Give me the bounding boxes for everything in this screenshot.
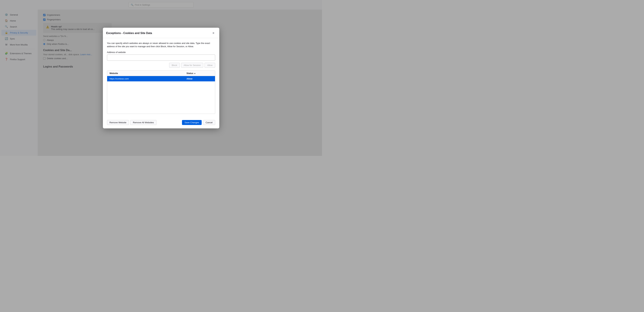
remove-website-button[interactable]: Remove Website	[107, 120, 129, 125]
dialog-title: Exceptions - Cookies and Site Data	[106, 32, 152, 35]
allow-session-button[interactable]: Allow for Session	[181, 63, 203, 68]
dialog-close-button[interactable]: ✕	[211, 31, 216, 35]
block-button[interactable]: Block	[169, 63, 180, 68]
col-website-header: Website	[107, 71, 184, 76]
cancel-button[interactable]: Cancel	[203, 120, 215, 125]
address-label: Address of website	[107, 51, 215, 53]
allow-button[interactable]: Allow	[204, 63, 215, 68]
save-changes-button[interactable]: Save Changes	[182, 120, 202, 125]
table-cell-status: Allow	[184, 76, 215, 81]
sort-arrow-icon: ▲	[194, 72, 196, 74]
table-cell-website: https://contoso.com	[107, 76, 184, 81]
website-table: Website Status ▲ https://contoso.com All…	[107, 70, 215, 114]
dialog: Exceptions - Cookies and Site Data ✕ You…	[103, 28, 219, 128]
dialog-bottom-actions: Remove Website Remove All Websites Save …	[103, 120, 219, 128]
overlay: Exceptions - Cookies and Site Data ✕ You…	[0, 0, 322, 156]
dialog-description: You can specify which websites are alway…	[107, 41, 215, 48]
dialog-body: You can specify which websites are alway…	[103, 38, 219, 120]
address-input[interactable]	[107, 54, 215, 61]
col-status-header: Status ▲	[184, 71, 215, 76]
remove-buttons: Remove Website Remove All Websites	[107, 120, 156, 125]
table-header: Website Status ▲	[107, 71, 215, 76]
action-button-row: Block Allow for Session Allow	[107, 63, 215, 68]
table-body[interactable]: https://contoso.com Allow	[107, 76, 215, 114]
remove-all-websites-button[interactable]: Remove All Websites	[130, 120, 156, 125]
table-row[interactable]: https://contoso.com Allow	[107, 76, 215, 81]
dialog-header: Exceptions - Cookies and Site Data ✕	[103, 28, 219, 38]
confirm-buttons: Save Changes Cancel	[182, 120, 215, 125]
